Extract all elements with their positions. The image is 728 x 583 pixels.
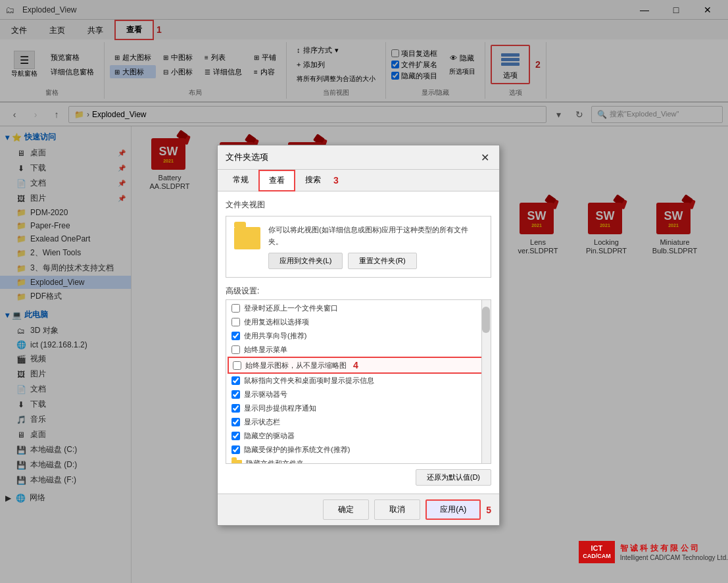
always-menu-check[interactable] [231,345,240,354]
hide-empty-drives-check[interactable] [231,432,240,440]
reset-folders-button[interactable]: 重置文件夹(R) [348,253,416,269]
tooltip-label: 鼠标指向文件夹和桌面项时显示提示信息 [244,376,374,386]
dialog-content: 文件夹视图 你可以将此视图(如详细信息或图标)应用于这种类型的所有文件夹。 应用… [218,191,499,494]
cancel-button[interactable]: 取消 [374,499,420,520]
advanced-list-scrollbar[interactable] [481,300,491,463]
step4-label: 4 [353,360,358,370]
drive-letter-label: 显示驱动器号 [244,390,287,399]
dialog-tabs: 常规 查看 搜索 3 [218,170,499,191]
dialog-tab-general[interactable]: 常规 [223,170,258,191]
adv-item-tooltip[interactable]: 鼠标指向文件夹和桌面项时显示提示信息 [228,374,489,388]
dialog-overlay: 文件夹选项 ✕ 常规 查看 搜索 3 文件夹视图 你可以将此视图(如详细信息或图… [0,0,728,583]
watermark-text-block: 智 诚 科 技 有 限 公 司 Intelligent CAD/CAM Tech… [620,543,728,561]
folder-view-desc-text: 你可以将此视图(如详细信息或图标)应用于这种类型的所有文件夹。 [268,224,483,247]
apply-button[interactable]: 应用(A) [425,499,481,520]
restore-folders-check[interactable] [231,304,240,313]
folder-view-title: 文件夹视图 [226,199,491,211]
sync-provider-check[interactable] [231,404,240,413]
sharing-wizard-check[interactable] [231,332,240,340]
reset-defaults-container: 还原为默认值(D) [226,469,491,486]
adv-item-status-bar[interactable]: 显示状态栏 [228,415,489,429]
adv-item-hide-protected[interactable]: 隐藏受保护的操作系统文件(推荐) [228,443,489,457]
dialog-close-button[interactable]: ✕ [478,151,491,164]
advanced-section: 高级设置: 登录时还原上一个文件夹窗口 使用复选框以选择项 使用共享向导(推荐) [226,286,491,464]
always-icons-check[interactable] [233,361,241,370]
dialog-tab-search[interactable]: 搜索 [295,170,331,191]
always-menu-label: 始终显示菜单 [244,345,287,355]
adv-item-sync-provider[interactable]: 显示同步提供程序通知 [228,401,489,415]
apply-to-folders-button[interactable]: 应用到文件夹(L) [268,253,343,269]
dialog-title-bar: 文件夹选项 ✕ [218,145,499,170]
step5-label: 5 [486,505,491,515]
watermark: ICT CAD/CAM 智 诚 科 技 有 限 公 司 Intelligent … [579,541,728,563]
drive-letter-check[interactable] [231,390,240,399]
status-bar-adv-label: 显示状态栏 [244,417,280,427]
adv-item-checkbox-select[interactable]: 使用复选框以选择项 [228,315,489,329]
watermark-logo: ICT CAD/CAM [579,541,615,563]
adv-item-drive-letter[interactable]: 显示驱动器号 [228,388,489,401]
hide-empty-drives-label: 隐藏空的驱动器 [244,431,295,441]
step3-label: 3 [333,175,339,186]
folder-icon-large [234,227,260,249]
advanced-list: 登录时还原上一个文件夹窗口 使用复选框以选择项 使用共享向导(推荐) 始终显示菜… [226,299,491,464]
dialog-title-text: 文件夹选项 [226,151,268,163]
adv-item-always-icons[interactable]: 始终显示图标，从不显示缩略图 4 [228,357,489,374]
sync-provider-label: 显示同步提供程序通知 [244,403,316,413]
watermark-company-en: Intelligent CAD/CAM Technology Ltd. [620,554,728,561]
restore-folders-label: 登录时还原上一个文件夹窗口 [244,303,338,313]
scrollbar-thumb [482,307,490,333]
adv-item-hidden-files-folder: 隐藏文件和文件夹 [228,457,489,464]
adv-item-restore-folders[interactable]: 登录时还原上一个文件夹窗口 [228,301,489,315]
dialog-footer: 确定 取消 应用(A) 5 [218,494,499,525]
dialog-tab-view[interactable]: 查看 [258,170,295,191]
folder-view-buttons: 应用到文件夹(L) 重置文件夹(R) [268,253,483,269]
hide-protected-check[interactable] [231,445,240,454]
tooltip-check[interactable] [231,376,240,385]
advanced-title: 高级设置: [226,286,491,297]
watermark-company-cn: 智 诚 科 技 有 限 公 司 [620,543,728,554]
watermark-cadcam: CAD/CAM [583,553,611,561]
always-icons-label: 始终显示图标，从不显示缩略图 [245,361,347,370]
checkbox-select-check[interactable] [231,318,240,326]
adv-item-hide-empty-drives[interactable]: 隐藏空的驱动器 [228,429,489,443]
reset-defaults-button[interactable]: 还原为默认值(D) [416,469,491,486]
status-bar-check[interactable] [231,418,240,426]
hide-protected-label: 隐藏受保护的操作系统文件(推荐) [244,445,350,455]
watermark-ict: ICT [583,544,611,553]
adv-item-always-menu[interactable]: 始终显示菜单 [228,343,489,357]
checkbox-select-label: 使用复选框以选择项 [244,317,309,327]
hidden-files-folder-label: 隐藏文件和文件夹 [246,459,304,464]
ok-button[interactable]: 确定 [323,499,369,520]
folder-options-dialog: 文件夹选项 ✕ 常规 查看 搜索 3 文件夹视图 你可以将此视图(如详细信息或图… [217,145,500,526]
folder-view-box: 你可以将此视图(如详细信息或图标)应用于这种类型的所有文件夹。 应用到文件夹(L… [226,216,491,278]
hidden-files-folder-icon [231,460,242,465]
folder-view-description: 你可以将此视图(如详细信息或图标)应用于这种类型的所有文件夹。 应用到文件夹(L… [268,224,483,269]
sharing-wizard-label: 使用共享向导(推荐) [244,331,306,341]
adv-item-sharing-wizard[interactable]: 使用共享向导(推荐) [228,329,489,343]
